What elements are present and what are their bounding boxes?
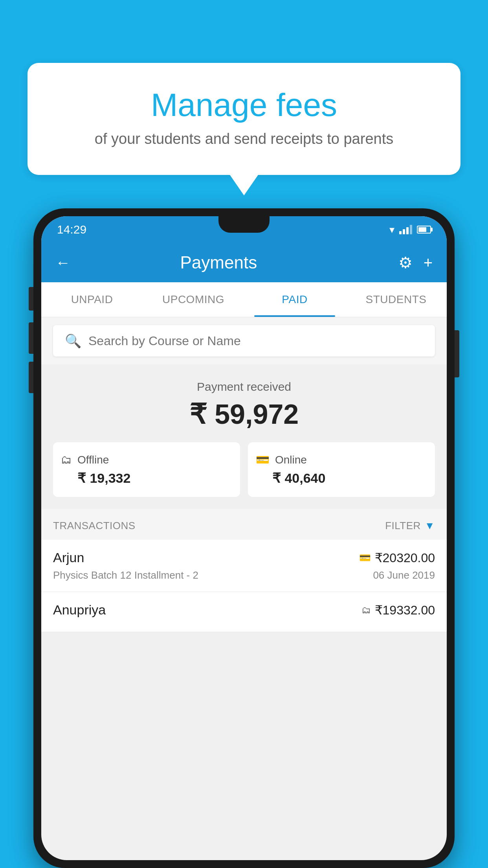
search-container: 🔍	[41, 317, 447, 364]
tab-paid[interactable]: PAID	[244, 282, 345, 317]
manage-fees-title: Manage fees	[55, 86, 433, 123]
phone-notch	[218, 216, 270, 233]
transaction-date: 06 June 2019	[373, 569, 435, 581]
back-button[interactable]: ←	[55, 254, 70, 271]
speech-bubble-container: Manage fees of your students and send re…	[28, 63, 460, 175]
transaction-item[interactable]: Anupriya 🗂 ₹19332.00	[41, 592, 447, 632]
payment-received-section: Payment received ₹ 59,972 🗂 Offline ₹ 19…	[41, 364, 447, 509]
battery-icon	[417, 226, 431, 234]
payment-total-amount: ₹ 59,972	[53, 398, 435, 430]
search-icon: 🔍	[65, 333, 81, 349]
tab-upcoming[interactable]: UPCOMING	[143, 282, 244, 317]
offline-icon: 🗂	[61, 453, 72, 466]
status-time: 14:29	[57, 223, 86, 236]
manage-fees-subtitle: of your students and send receipts to pa…	[55, 131, 433, 147]
online-icon: 💳	[256, 453, 270, 466]
online-payment-icon: 💳	[359, 552, 371, 563]
filter-icon: ▼	[425, 520, 435, 532]
transaction-name: Arjun	[53, 550, 84, 565]
tabs-bar: UNPAID UPCOMING PAID STUDENTS	[41, 282, 447, 317]
app-header: ← Payments ⚙ +	[41, 243, 447, 282]
transactions-label: TRANSACTIONS	[53, 520, 136, 532]
offline-card: 🗂 Offline ₹ 19,332	[53, 442, 240, 497]
phone-device: 14:29 ▾	[33, 208, 455, 868]
filter-button[interactable]: FILTER ▼	[385, 520, 435, 532]
search-bar: 🔍	[53, 325, 435, 357]
transaction-item[interactable]: Arjun 💳 ₹20320.00 Physics Batch 12 Insta…	[41, 540, 447, 592]
speech-bubble: Manage fees of your students and send re…	[28, 63, 460, 175]
status-icons: ▾	[389, 224, 431, 236]
tab-students[interactable]: STUDENTS	[345, 282, 447, 317]
payment-cards: 🗂 Offline ₹ 19,332 💳 Online ₹ 40,640	[53, 442, 435, 497]
settings-icon[interactable]: ⚙	[398, 254, 413, 272]
signal-icon	[399, 225, 412, 234]
transactions-header: TRANSACTIONS FILTER ▼	[41, 509, 447, 540]
transaction-amount-area: 🗂 ₹19332.00	[361, 603, 435, 618]
wifi-icon: ▾	[389, 224, 394, 236]
transaction-amount-area: 💳 ₹20320.00	[359, 550, 435, 565]
offline-payment-icon: 🗂	[361, 605, 371, 616]
add-icon[interactable]: +	[424, 254, 433, 272]
offline-amount: ₹ 19,332	[61, 470, 232, 486]
transaction-name: Anupriya	[53, 602, 106, 618]
search-input[interactable]	[88, 334, 423, 348]
header-icons: ⚙ +	[398, 254, 433, 272]
phone-screen: 14:29 ▾	[41, 216, 447, 860]
tab-unpaid[interactable]: UNPAID	[41, 282, 143, 317]
online-label: Online	[275, 454, 307, 466]
online-amount: ₹ 40,640	[256, 470, 427, 486]
offline-label: Offline	[77, 454, 109, 466]
transaction-course: Physics Batch 12 Installment - 2	[53, 569, 198, 581]
payment-received-label: Payment received	[53, 380, 435, 394]
page-title: Payments	[80, 253, 358, 272]
online-card: 💳 Online ₹ 40,640	[248, 442, 435, 497]
transaction-amount: ₹19332.00	[375, 603, 435, 618]
transaction-amount: ₹20320.00	[375, 550, 435, 565]
